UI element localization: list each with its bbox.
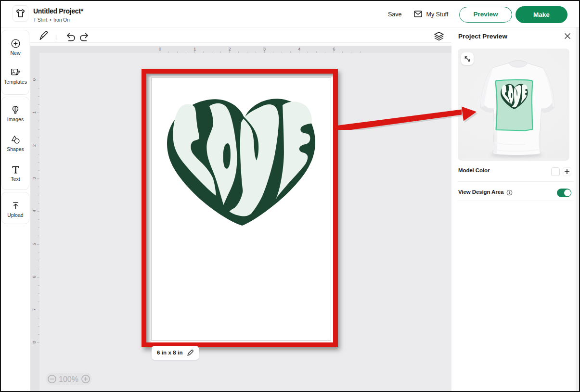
svg-text:100%: 100% — [59, 375, 78, 383]
